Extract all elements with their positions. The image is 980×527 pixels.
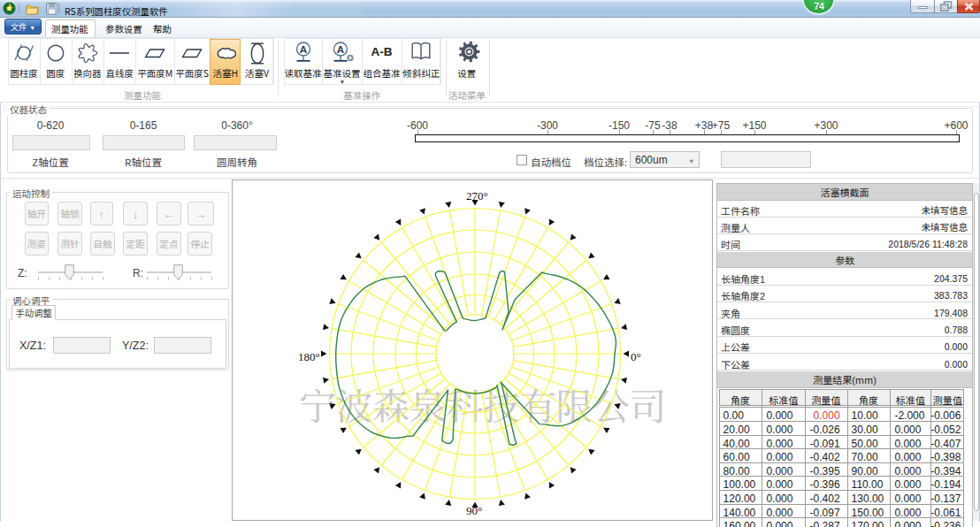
svg-text:A: A xyxy=(336,44,343,55)
svg-text:A: A xyxy=(299,44,306,55)
